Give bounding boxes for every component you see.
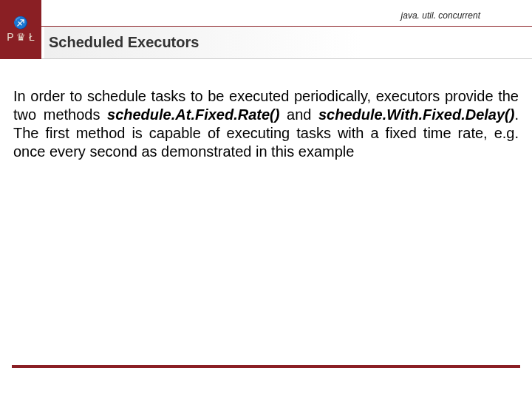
method-name-2: schedule.With.Fixed.Delay() — [318, 106, 514, 123]
logo-bottom-text: P ♛ Ł — [7, 32, 35, 43]
logo-top-icon: ♐ — [13, 16, 28, 30]
title-area: Scheduled Executors — [44, 27, 532, 58]
slide-title: Scheduled Executors — [49, 34, 199, 51]
header-top-strip: java. util. concurrent — [0, 0, 532, 27]
method-name-1: schedule.At.Fixed.Rate() — [107, 106, 279, 123]
university-logo: ♐ P ♛ Ł — [0, 0, 41, 59]
body-text-2: and — [279, 106, 318, 123]
package-label: java. util. concurrent — [401, 10, 480, 21]
slide-content: In order to schedule tasks to be execute… — [0, 59, 532, 161]
body-paragraph: In order to schedule tasks to be execute… — [13, 87, 519, 161]
footer-rule — [12, 365, 520, 368]
title-bar: Scheduled Executors — [0, 27, 532, 59]
